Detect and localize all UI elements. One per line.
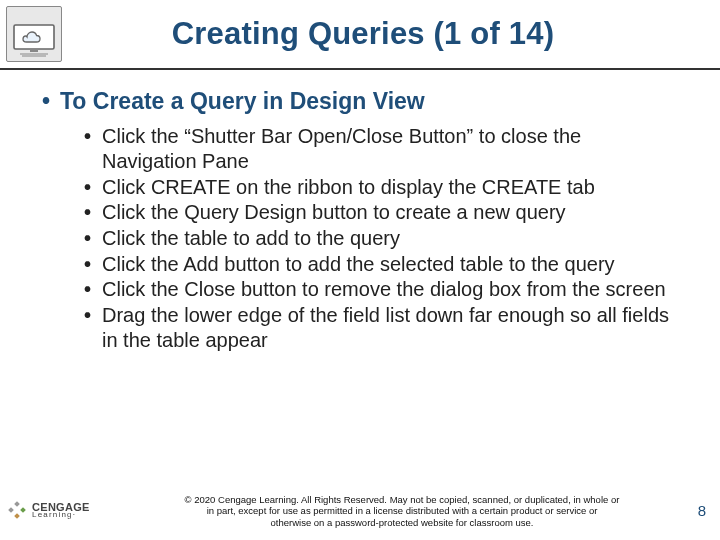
- cloud-monitor-icon: [6, 6, 62, 62]
- logo-mark-icon: [6, 500, 28, 522]
- list-item: Click the “Shutter Bar Open/Close Button…: [82, 124, 670, 175]
- title-row: Creating Queries (1 of 14): [0, 0, 720, 70]
- subhead: To Create a Query in Design View: [40, 88, 670, 116]
- svg-rect-1: [30, 49, 38, 52]
- list-item: Click the Query Design button to create …: [82, 200, 670, 226]
- list-item: Drag the lower edge of the field list do…: [82, 303, 670, 354]
- slide: Creating Queries (1 of 14) To Create a Q…: [0, 0, 720, 540]
- publisher-logo: CENGAGE Learning·: [6, 500, 118, 522]
- list-item: Click the table to add to the query: [82, 226, 670, 252]
- list-item: Click the Close button to remove the dia…: [82, 277, 670, 303]
- list-item: Click the Add button to add the selected…: [82, 252, 670, 278]
- slide-title: Creating Queries (1 of 14): [62, 16, 720, 52]
- list-item: Click CREATE on the ribbon to display th…: [82, 175, 670, 201]
- copyright-text: © 2020 Cengage Learning. All Rights Rese…: [118, 494, 686, 528]
- content-area: To Create a Query in Design View Click t…: [40, 88, 670, 354]
- logo-text: CENGAGE Learning·: [32, 503, 90, 519]
- logo-sub: Learning·: [32, 512, 90, 519]
- steps-list: Click the “Shutter Bar Open/Close Button…: [82, 124, 670, 354]
- footer: CENGAGE Learning· © 2020 Cengage Learnin…: [0, 494, 720, 528]
- page-number: 8: [686, 502, 714, 519]
